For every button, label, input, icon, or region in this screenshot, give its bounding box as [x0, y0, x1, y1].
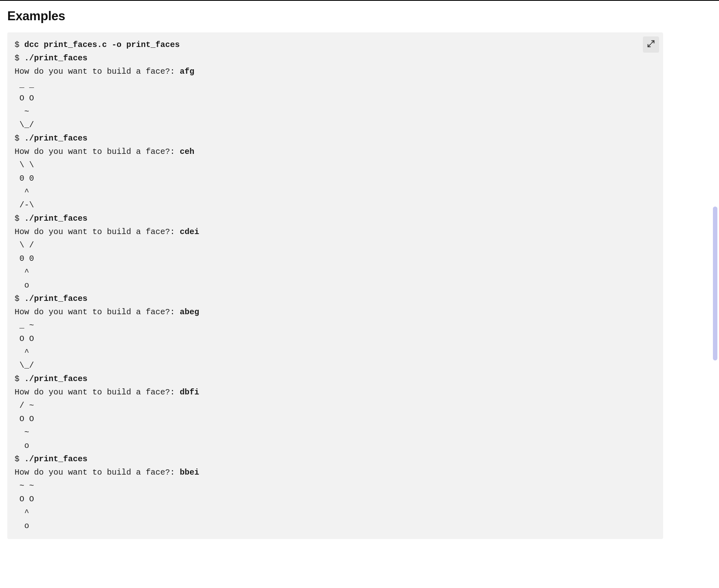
- scrollbar-thumb[interactable]: [713, 207, 717, 360]
- code-example-block: $ dcc print_faces.c -o print_faces $ ./p…: [7, 32, 663, 539]
- scrollbar-track[interactable]: [713, 0, 717, 588]
- expand-icon: [647, 40, 655, 49]
- section-title: Examples: [7, 9, 712, 23]
- terminal-output: $ dcc print_faces.c -o print_faces $ ./p…: [15, 38, 656, 533]
- content-area: Examples $ dcc print_faces.c -o print_fa…: [0, 1, 719, 539]
- expand-button[interactable]: [643, 36, 659, 53]
